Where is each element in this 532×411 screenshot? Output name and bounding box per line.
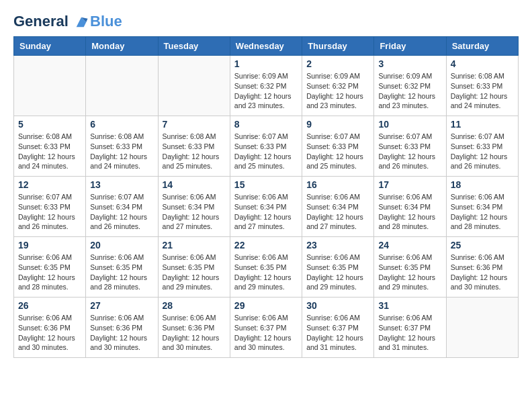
day-info: Sunrise: 6:09 AM Sunset: 6:32 PM Dayligh… — [234, 71, 298, 111]
calendar-cell: 20Sunrise: 6:06 AM Sunset: 6:35 PM Dayli… — [86, 237, 158, 298]
day-info: Sunrise: 6:06 AM Sunset: 6:37 PM Dayligh… — [306, 313, 369, 353]
day-info: Sunrise: 6:06 AM Sunset: 6:37 PM Dayligh… — [378, 313, 441, 353]
day-number: 3 — [378, 58, 441, 69]
day-info: Sunrise: 6:06 AM Sunset: 6:36 PM Dayligh… — [90, 313, 153, 353]
day-number: 7 — [163, 119, 226, 130]
calendar-cell: 27Sunrise: 6:06 AM Sunset: 6:36 PM Dayli… — [86, 298, 158, 358]
day-info: Sunrise: 6:08 AM Sunset: 6:33 PM Dayligh… — [451, 71, 514, 111]
day-number: 4 — [451, 58, 514, 69]
day-number: 10 — [378, 119, 441, 130]
calendar-cell — [14, 56, 86, 116]
calendar-cell: 12Sunrise: 6:07 AM Sunset: 6:33 PM Dayli… — [14, 177, 86, 237]
day-number: 28 — [163, 300, 226, 311]
day-number: 1 — [234, 58, 298, 69]
day-number: 5 — [18, 119, 81, 130]
calendar-cell: 14Sunrise: 6:06 AM Sunset: 6:34 PM Dayli… — [158, 177, 230, 237]
day-number: 12 — [18, 179, 81, 190]
calendar-cell: 17Sunrise: 6:06 AM Sunset: 6:34 PM Dayli… — [374, 177, 446, 237]
calendar-cell: 1Sunrise: 6:09 AM Sunset: 6:32 PM Daylig… — [230, 56, 302, 116]
calendar-cell: 16Sunrise: 6:06 AM Sunset: 6:34 PM Dayli… — [302, 177, 374, 237]
day-info: Sunrise: 6:06 AM Sunset: 6:35 PM Dayligh… — [234, 253, 298, 292]
day-info: Sunrise: 6:07 AM Sunset: 6:33 PM Dayligh… — [18, 192, 81, 232]
day-info: Sunrise: 6:08 AM Sunset: 6:33 PM Dayligh… — [163, 132, 226, 171]
calendar-cell: 18Sunrise: 6:06 AM Sunset: 6:34 PM Dayli… — [446, 177, 518, 237]
logo-general: General — [13, 13, 69, 30]
week-row-2: 5Sunrise: 6:08 AM Sunset: 6:33 PM Daylig… — [14, 116, 519, 177]
calendar-cell: 28Sunrise: 6:06 AM Sunset: 6:36 PM Dayli… — [158, 298, 230, 358]
day-number: 6 — [90, 119, 153, 130]
day-info: Sunrise: 6:06 AM Sunset: 6:35 PM Dayligh… — [90, 253, 153, 292]
calendar-cell: 4Sunrise: 6:08 AM Sunset: 6:33 PM Daylig… — [446, 56, 518, 116]
calendar-cell: 5Sunrise: 6:08 AM Sunset: 6:33 PM Daylig… — [14, 116, 86, 177]
calendar-cell: 3Sunrise: 6:09 AM Sunset: 6:32 PM Daylig… — [374, 56, 446, 116]
week-row-1: 1Sunrise: 6:09 AM Sunset: 6:32 PM Daylig… — [14, 56, 519, 116]
day-info: Sunrise: 6:06 AM Sunset: 6:35 PM Dayligh… — [306, 253, 369, 292]
day-number: 18 — [451, 179, 514, 190]
day-number: 24 — [378, 240, 441, 250]
calendar-cell — [86, 56, 158, 116]
calendar-cell: 8Sunrise: 6:07 AM Sunset: 6:33 PM Daylig… — [230, 116, 302, 177]
day-number: 14 — [163, 179, 226, 190]
calendar-cell: 11Sunrise: 6:07 AM Sunset: 6:33 PM Dayli… — [446, 116, 518, 177]
day-info: Sunrise: 6:06 AM Sunset: 6:34 PM Dayligh… — [163, 192, 226, 232]
day-info: Sunrise: 6:06 AM Sunset: 6:35 PM Dayligh… — [18, 253, 81, 292]
day-number: 2 — [306, 58, 369, 69]
calendar-cell: 31Sunrise: 6:06 AM Sunset: 6:37 PM Dayli… — [374, 298, 446, 358]
day-number: 30 — [306, 300, 369, 311]
day-number: 17 — [378, 179, 441, 190]
calendar-table: SundayMondayTuesdayWednesdayThursdayFrid… — [13, 36, 519, 358]
logo: General Blue — [13, 13, 122, 30]
calendar-cell: 21Sunrise: 6:06 AM Sunset: 6:35 PM Dayli… — [158, 237, 230, 298]
calendar-cell: 22Sunrise: 6:06 AM Sunset: 6:35 PM Dayli… — [230, 237, 302, 298]
day-info: Sunrise: 6:07 AM Sunset: 6:34 PM Dayligh… — [90, 192, 153, 232]
day-info: Sunrise: 6:06 AM Sunset: 6:35 PM Dayligh… — [163, 253, 226, 292]
day-info: Sunrise: 6:06 AM Sunset: 6:37 PM Dayligh… — [234, 313, 298, 353]
day-info: Sunrise: 6:06 AM Sunset: 6:34 PM Dayligh… — [378, 192, 441, 232]
calendar-cell: 15Sunrise: 6:06 AM Sunset: 6:34 PM Dayli… — [230, 177, 302, 237]
day-info: Sunrise: 6:09 AM Sunset: 6:32 PM Dayligh… — [306, 71, 369, 111]
calendar-header-sunday: Sunday — [14, 37, 86, 56]
calendar-cell: 13Sunrise: 6:07 AM Sunset: 6:34 PM Dayli… — [86, 177, 158, 237]
day-number: 16 — [306, 179, 369, 190]
calendar-cell: 7Sunrise: 6:08 AM Sunset: 6:33 PM Daylig… — [158, 116, 230, 177]
calendar-header-thursday: Thursday — [302, 37, 374, 56]
day-info: Sunrise: 6:09 AM Sunset: 6:32 PM Dayligh… — [378, 71, 441, 111]
day-number: 26 — [18, 300, 81, 311]
day-info: Sunrise: 6:07 AM Sunset: 6:33 PM Dayligh… — [306, 132, 369, 171]
calendar-cell: 30Sunrise: 6:06 AM Sunset: 6:37 PM Dayli… — [302, 298, 374, 358]
week-row-3: 12Sunrise: 6:07 AM Sunset: 6:33 PM Dayli… — [14, 177, 519, 237]
day-info: Sunrise: 6:08 AM Sunset: 6:33 PM Dayligh… — [18, 132, 81, 171]
calendar-header-tuesday: Tuesday — [158, 37, 230, 56]
day-info: Sunrise: 6:06 AM Sunset: 6:36 PM Dayligh… — [451, 253, 514, 292]
day-number: 21 — [163, 240, 226, 250]
calendar-cell: 29Sunrise: 6:06 AM Sunset: 6:37 PM Dayli… — [230, 298, 302, 358]
calendar-header-saturday: Saturday — [446, 37, 518, 56]
calendar-cell — [446, 298, 518, 358]
week-row-4: 19Sunrise: 6:06 AM Sunset: 6:35 PM Dayli… — [14, 237, 519, 298]
calendar-cell: 19Sunrise: 6:06 AM Sunset: 6:35 PM Dayli… — [14, 237, 86, 298]
calendar-cell: 25Sunrise: 6:06 AM Sunset: 6:36 PM Dayli… — [446, 237, 518, 298]
week-row-5: 26Sunrise: 6:06 AM Sunset: 6:36 PM Dayli… — [14, 298, 519, 358]
calendar-cell — [158, 56, 230, 116]
page-header: General Blue — [13, 13, 519, 30]
calendar-cell: 9Sunrise: 6:07 AM Sunset: 6:33 PM Daylig… — [302, 116, 374, 177]
calendar-header-wednesday: Wednesday — [230, 37, 302, 56]
calendar-cell: 10Sunrise: 6:07 AM Sunset: 6:33 PM Dayli… — [374, 116, 446, 177]
day-number: 31 — [378, 300, 441, 311]
day-number: 13 — [90, 179, 153, 190]
calendar-cell: 26Sunrise: 6:06 AM Sunset: 6:36 PM Dayli… — [14, 298, 86, 358]
calendar-cell: 23Sunrise: 6:06 AM Sunset: 6:35 PM Dayli… — [302, 237, 374, 298]
day-info: Sunrise: 6:06 AM Sunset: 6:36 PM Dayligh… — [163, 313, 226, 353]
day-info: Sunrise: 6:08 AM Sunset: 6:33 PM Dayligh… — [90, 132, 153, 171]
day-number: 23 — [306, 240, 369, 250]
day-info: Sunrise: 6:06 AM Sunset: 6:34 PM Dayligh… — [306, 192, 369, 232]
day-info: Sunrise: 6:06 AM Sunset: 6:34 PM Dayligh… — [451, 192, 514, 232]
day-number: 11 — [451, 119, 514, 130]
calendar-cell: 2Sunrise: 6:09 AM Sunset: 6:32 PM Daylig… — [302, 56, 374, 116]
day-number: 9 — [306, 119, 369, 130]
day-info: Sunrise: 6:06 AM Sunset: 6:34 PM Dayligh… — [234, 192, 298, 232]
day-number: 25 — [451, 240, 514, 250]
calendar-header-monday: Monday — [86, 37, 158, 56]
calendar-cell: 6Sunrise: 6:08 AM Sunset: 6:33 PM Daylig… — [86, 116, 158, 177]
calendar-cell: 24Sunrise: 6:06 AM Sunset: 6:35 PM Dayli… — [374, 237, 446, 298]
